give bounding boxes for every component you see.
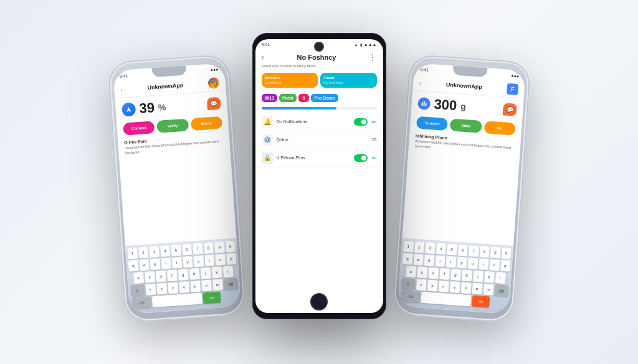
- btn-connect-right[interactable]: Connect: [416, 116, 448, 130]
- rkey-f[interactable]: f: [439, 268, 449, 279]
- rkey-c[interactable]: c: [438, 280, 449, 292]
- key-l[interactable]: l: [222, 266, 233, 278]
- back-left[interactable]: ‹: [120, 86, 122, 93]
- toggle-3[interactable]: [354, 154, 368, 162]
- key-7[interactable]: 7: [192, 243, 202, 254]
- back-center[interactable]: ‹: [262, 53, 264, 62]
- rkey-space[interactable]: [421, 291, 471, 306]
- rkey-7[interactable]: 7: [468, 245, 478, 257]
- key-z[interactable]: z: [145, 283, 155, 295]
- key-1[interactable]: 1: [127, 247, 138, 259]
- rkey-123[interactable]: 123: [401, 290, 420, 302]
- key-0[interactable]: 0: [225, 240, 236, 252]
- rkey-s[interactable]: s: [416, 266, 427, 278]
- key-2[interactable]: 2: [138, 246, 148, 258]
- rkey-0[interactable]: 0: [501, 247, 512, 259]
- rkey-m[interactable]: m: [482, 283, 493, 295]
- rkey-l[interactable]: l: [495, 272, 505, 284]
- rkey-r[interactable]: r: [434, 255, 445, 267]
- key-j[interactable]: j: [200, 267, 211, 279]
- key-k[interactable]: k: [211, 266, 222, 278]
- btn-verify-left[interactable]: Verify: [156, 118, 189, 133]
- key-x[interactable]: x: [156, 282, 166, 294]
- key-g[interactable]: g: [178, 269, 188, 281]
- data-label-2: Point: [279, 94, 297, 102]
- rkey-4[interactable]: 4: [436, 243, 446, 254]
- key-s[interactable]: s: [144, 271, 155, 282]
- rkey-n[interactable]: n: [472, 282, 482, 294]
- rkey-1[interactable]: 1: [402, 240, 413, 252]
- key-v[interactable]: v: [178, 281, 189, 293]
- back-right[interactable]: ‹: [419, 79, 421, 86]
- chat-icon-left: 💬: [206, 96, 221, 110]
- rkey-z[interactable]: z: [416, 279, 426, 291]
- rkey-a[interactable]: a: [405, 266, 416, 278]
- key-o[interactable]: o: [215, 253, 226, 265]
- rkey-8[interactable]: 8: [479, 246, 490, 258]
- key-backspace[interactable]: ⌫: [223, 278, 237, 289]
- key-f[interactable]: f: [166, 269, 177, 281]
- rkey-g[interactable]: g: [450, 269, 460, 281]
- rkey-y[interactable]: y: [456, 256, 467, 268]
- key-9[interactable]: 9: [214, 241, 224, 253]
- home-button-center[interactable]: [310, 293, 328, 310]
- rkey-enter[interactable]: Go: [472, 295, 490, 307]
- key-d[interactable]: d: [155, 270, 166, 282]
- rkey-h[interactable]: h: [461, 269, 472, 281]
- rkey-e[interactable]: e: [424, 254, 434, 266]
- key-u[interactable]: u: [193, 255, 204, 267]
- key-p[interactable]: p: [226, 253, 236, 264]
- key-n[interactable]: n: [201, 279, 211, 291]
- rkey-q[interactable]: q: [402, 253, 412, 264]
- key-c[interactable]: c: [167, 282, 178, 294]
- rkey-i[interactable]: i: [478, 258, 488, 270]
- key-r[interactable]: r: [160, 257, 171, 269]
- btn-stats-right[interactable]: Stats: [450, 118, 482, 133]
- rkey-6[interactable]: 6: [457, 244, 468, 256]
- key-q[interactable]: q: [128, 259, 138, 271]
- rkey-x[interactable]: x: [427, 279, 437, 291]
- rkey-d[interactable]: d: [427, 267, 438, 279]
- rkey-backspace[interactable]: ⌫: [493, 284, 508, 296]
- key-e[interactable]: e: [150, 258, 160, 270]
- key-8[interactable]: 8: [203, 242, 214, 254]
- rkey-v[interactable]: v: [449, 281, 460, 293]
- btn-go-right[interactable]: Go: [483, 121, 516, 135]
- key-b[interactable]: b: [189, 280, 200, 292]
- menu-center[interactable]: ⋮: [369, 53, 376, 62]
- key-m[interactable]: m: [212, 279, 222, 291]
- rkey-shift[interactable]: ⇧: [401, 278, 415, 289]
- btn-boost-left[interactable]: Boost: [190, 116, 222, 130]
- rkey-u[interactable]: u: [467, 257, 478, 269]
- rkey-9[interactable]: 9: [490, 246, 500, 258]
- rkey-b[interactable]: b: [460, 282, 471, 294]
- key-6[interactable]: 6: [181, 243, 192, 255]
- center-title: No Foshncy: [297, 54, 336, 61]
- btn-connect-left[interactable]: Connect: [123, 121, 155, 135]
- key-3[interactable]: 3: [149, 246, 160, 258]
- key-space[interactable]: [151, 292, 202, 307]
- rkey-3[interactable]: 3: [424, 242, 435, 254]
- rkey-o[interactable]: o: [489, 259, 500, 271]
- key-w[interactable]: w: [139, 259, 150, 271]
- rkey-w[interactable]: w: [413, 253, 424, 265]
- rkey-5[interactable]: 5: [446, 243, 457, 255]
- key-4[interactable]: 4: [160, 245, 170, 257]
- rkey-p[interactable]: p: [500, 259, 510, 271]
- key-123[interactable]: 123: [131, 296, 151, 309]
- rkey-k[interactable]: k: [483, 271, 494, 282]
- key-a[interactable]: a: [133, 272, 143, 284]
- rkey-j[interactable]: j: [472, 270, 483, 282]
- center-subtitle: Some App content in fancy block: [255, 64, 383, 68]
- stat-suffix-left: %: [158, 101, 166, 112]
- key-y[interactable]: y: [182, 256, 193, 268]
- rkey-t[interactable]: t: [445, 256, 456, 268]
- key-i[interactable]: i: [204, 254, 214, 266]
- key-t[interactable]: t: [171, 256, 182, 268]
- rkey-2[interactable]: 2: [414, 241, 424, 253]
- key-shift[interactable]: ⇧: [130, 284, 144, 296]
- key-h[interactable]: h: [189, 268, 199, 279]
- toggle-1[interactable]: [354, 118, 368, 126]
- key-enter[interactable]: OK: [202, 291, 221, 304]
- key-5[interactable]: 5: [171, 244, 181, 256]
